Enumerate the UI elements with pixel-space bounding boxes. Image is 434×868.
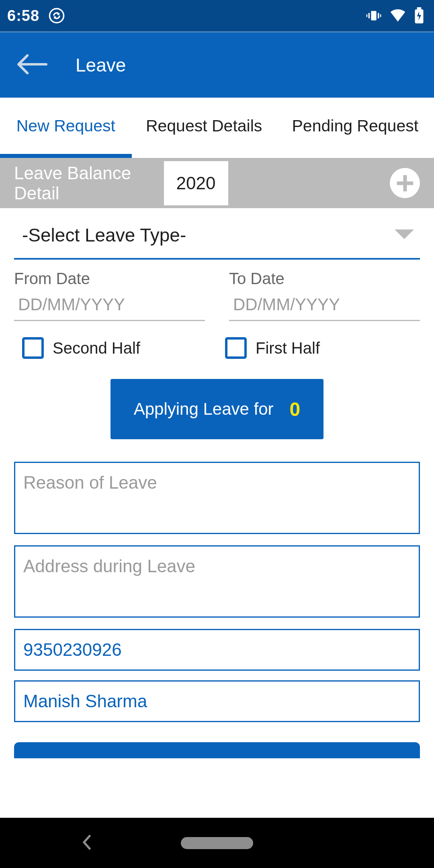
half-day-row: Second Half First Half: [14, 337, 420, 359]
name-input[interactable]: [14, 680, 420, 722]
to-date-group: To Date: [229, 270, 420, 321]
status-time: 6:58: [7, 7, 39, 25]
from-date-input[interactable]: [14, 289, 205, 321]
chevron-down-icon: [393, 227, 416, 243]
app-header: Leave: [0, 31, 434, 98]
vibrate-icon: [366, 8, 382, 24]
svg-point-0: [50, 9, 64, 23]
address-input[interactable]: [14, 545, 420, 618]
checkbox-icon: [225, 337, 247, 359]
svg-rect-3: [378, 13, 379, 18]
second-half-check[interactable]: Second Half: [14, 337, 217, 359]
battery-icon: [414, 7, 424, 24]
leave-balance-bar: Leave Balance Detail 2020: [0, 158, 434, 208]
tab-new-request[interactable]: New Request: [0, 98, 132, 158]
leave-form: -Select Leave Type- From Date To Date Se…: [0, 208, 434, 818]
phone-input[interactable]: [14, 629, 420, 671]
applying-leave-badge: Applying Leave for 0: [111, 379, 323, 439]
from-date-group: From Date: [14, 270, 205, 321]
add-icon[interactable]: [390, 168, 420, 198]
tab-request-details[interactable]: Request Details: [132, 98, 276, 158]
status-left: 6:58: [7, 7, 65, 25]
applying-leave-label: Applying Leave for: [134, 399, 274, 419]
tabs: New Request Request Details Pending Requ…: [0, 98, 434, 158]
submit-button[interactable]: [14, 742, 420, 758]
tab-pending-request[interactable]: Pending Request: [276, 98, 434, 158]
leave-balance-label: Leave Balance Detail: [14, 163, 152, 203]
nav-home-pill[interactable]: [181, 837, 253, 849]
checkbox-icon: [22, 337, 44, 359]
to-date-label: To Date: [229, 270, 420, 288]
nav-back-icon[interactable]: [80, 834, 93, 852]
first-half-label: First Half: [256, 339, 320, 357]
wifi-icon: [389, 7, 407, 25]
android-nav-bar: [0, 818, 434, 868]
sync-icon: [48, 7, 65, 24]
applying-leave-count: 0: [290, 398, 301, 420]
date-row: From Date To Date: [14, 270, 420, 321]
svg-rect-1: [371, 11, 376, 20]
back-arrow-icon[interactable]: [16, 52, 47, 78]
svg-rect-5: [380, 14, 381, 17]
tab-label: Request Details: [146, 117, 262, 135]
to-date-input[interactable]: [229, 289, 420, 321]
reason-input[interactable]: [14, 462, 420, 534]
second-half-label: Second Half: [53, 339, 140, 357]
svg-rect-7: [417, 7, 422, 9]
page-title: Leave: [76, 54, 126, 76]
year-selector[interactable]: 2020: [164, 161, 228, 205]
from-date-label: From Date: [14, 270, 205, 288]
status-right: [366, 7, 424, 25]
leave-type-placeholder: -Select Leave Type-: [22, 224, 393, 246]
svg-rect-9: [397, 181, 413, 185]
svg-rect-2: [368, 13, 370, 18]
tab-label: Pending Request: [292, 117, 419, 135]
leave-type-select[interactable]: -Select Leave Type-: [14, 224, 420, 260]
first-half-check[interactable]: First Half: [217, 337, 420, 359]
tab-label: New Request: [16, 117, 115, 135]
status-bar: 6:58: [0, 0, 434, 31]
svg-rect-4: [366, 14, 368, 17]
